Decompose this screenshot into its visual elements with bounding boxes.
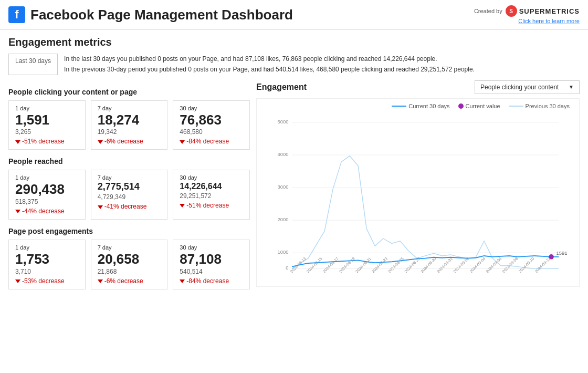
clicking-value-1: 1,591 — [15, 112, 79, 128]
clicking-cards-row: 1 day 1,591 3,265 -51% decrease 7 day 18… — [8, 100, 250, 150]
down-arrow-icon — [15, 140, 20, 144]
reached-change-1: -44% decrease — [15, 208, 79, 215]
chevron-down-icon: ▼ — [569, 84, 574, 90]
legend-current-value: Current value — [458, 103, 500, 109]
clicking-period-1: 1 day — [15, 105, 79, 111]
date-range-row: Last 30 days In the last 30 days you pub… — [8, 54, 580, 75]
post-engagements-cards-row: 1 day 1,753 3,710 -53% decrease 7 day 20… — [8, 240, 250, 289]
clicking-title: People clicking your content or page — [8, 88, 250, 96]
legend-current-value-label: Current value — [466, 103, 500, 109]
reached-period-1: 1 day — [15, 174, 79, 181]
post-change-3: -84% decrease — [180, 277, 243, 285]
post-engagements-title: Page post engagements — [8, 227, 250, 235]
down-arrow-icon — [98, 279, 103, 283]
reached-card-7day: 7 day 2,775,514 4,729,349 -41% decrease — [91, 170, 168, 220]
svg-text:2024-08-19: 2024-08-19 — [338, 256, 356, 274]
post-prev-3: 540,514 — [180, 268, 243, 275]
svg-text:0: 0 — [286, 265, 288, 271]
post-period-1: 1 day — [15, 244, 79, 251]
reached-period-3: 30 day — [180, 174, 243, 181]
facebook-logo-icon: f — [8, 6, 25, 23]
svg-text:2000: 2000 — [277, 216, 288, 222]
svg-text:2024-08-13: 2024-08-13 — [289, 256, 307, 274]
post-value-3: 87,108 — [180, 252, 243, 267]
created-by-label: Created by S SUPERMETRICS — [474, 5, 580, 17]
clicking-prev-1: 3,265 — [15, 128, 79, 136]
svg-text:1000: 1000 — [277, 249, 288, 255]
chart-container: Current 30 days Current value Previous 3… — [256, 98, 580, 287]
reached-change-3: -51% decrease — [180, 202, 243, 209]
svg-text:2024-09-12: 2024-09-12 — [534, 256, 552, 274]
reached-prev-3: 29,251,572 — [180, 192, 243, 200]
post-value-2: 20,658 — [98, 252, 161, 267]
header: f Facebook Page Management Dashboard Cre… — [0, 0, 588, 30]
reached-prev-1: 518,375 — [15, 198, 79, 205]
header-left: f Facebook Page Management Dashboard — [8, 6, 293, 23]
reached-card-30day: 30 day 14,226,644 29,251,572 -51% decrea… — [173, 170, 250, 220]
svg-text:1591: 1591 — [556, 250, 568, 256]
reached-value-3: 14,226,644 — [180, 182, 243, 191]
svg-text:2024-08-21: 2024-08-21 — [354, 256, 372, 274]
legend-previous-line — [509, 106, 523, 107]
post-card-7day: 7 day 20,658 21,868 -6% decrease — [91, 240, 168, 289]
engagement-dropdown[interactable]: People clicking your content ▼ — [475, 80, 580, 94]
svg-text:2024-09-02: 2024-09-02 — [453, 256, 470, 274]
svg-text:2024-08-25: 2024-08-25 — [387, 256, 405, 274]
reached-prev-2: 4,729,349 — [98, 193, 161, 201]
legend-dot-icon — [458, 103, 464, 109]
post-period-2: 7 day — [98, 244, 161, 251]
clicking-card-1day: 1 day 1,591 3,265 -51% decrease — [8, 100, 86, 150]
post-value-1: 1,753 — [15, 252, 79, 267]
dropdown-value: People clicking your content — [480, 84, 559, 91]
legend-current-line — [392, 106, 406, 107]
clicking-value-3: 76,863 — [180, 112, 243, 128]
clicking-change-1: -51% decrease — [15, 138, 79, 145]
supermetrics-icon: S — [506, 5, 517, 17]
supermetrics-logo: S SUPERMETRICS — [506, 5, 580, 17]
legend-current: Current 30 days — [392, 103, 449, 109]
legend-previous-label: Previous 30 days — [526, 103, 570, 109]
left-column: People clicking your content or page 1 d… — [8, 80, 250, 293]
svg-text:4000: 4000 — [277, 151, 288, 157]
legend-previous: Previous 30 days — [509, 103, 570, 109]
two-column-layout: People clicking your content or page 1 d… — [8, 80, 580, 293]
header-right: Created by S SUPERMETRICS Click here to … — [474, 5, 580, 24]
info-text: In the last 30 days you published 0 post… — [64, 54, 475, 75]
page-title: Facebook Page Management Dashboard — [30, 7, 293, 23]
reached-change-2: -41% decrease — [98, 203, 161, 210]
down-arrow-icon — [180, 204, 185, 208]
info-line-2: In the previous 30-day period you publis… — [64, 64, 475, 75]
reached-value-1: 290,438 — [15, 182, 79, 197]
info-line-1: In the last 30 days you published 0 post… — [64, 54, 475, 64]
clicking-period-3: 30 day — [180, 105, 243, 111]
svg-text:2024-09-10: 2024-09-10 — [518, 256, 536, 274]
engagement-header: Engagement People clicking your content … — [256, 80, 580, 94]
clicking-card-7day: 7 day 18,274 19,342 -6% decrease — [91, 100, 168, 150]
down-arrow-icon — [15, 279, 20, 283]
chart-legend: Current 30 days Current value Previous 3… — [261, 103, 575, 109]
svg-text:2024-08-17: 2024-08-17 — [322, 256, 340, 274]
svg-text:2024-09-04: 2024-09-04 — [469, 256, 487, 274]
section-title: Engagement metrics — [8, 36, 580, 48]
reached-value-2: 2,775,514 — [98, 182, 161, 192]
reached-card-1day: 1 day 290,438 518,375 -44% decrease — [8, 170, 86, 220]
svg-text:2024-08-15: 2024-08-15 — [306, 256, 323, 274]
clicking-period-2: 7 day — [98, 105, 161, 111]
clicking-change-2: -6% decrease — [98, 138, 161, 145]
supermetrics-text: SUPERMETRICS — [519, 7, 580, 15]
clicking-prev-3: 468,580 — [180, 128, 243, 136]
post-prev-1: 3,710 — [15, 268, 79, 275]
svg-text:5000: 5000 — [277, 118, 288, 124]
main-content: Engagement metrics Last 30 days In the l… — [0, 30, 588, 299]
post-change-2: -6% decrease — [98, 277, 161, 285]
reached-period-2: 7 day — [98, 174, 161, 181]
down-arrow-icon — [15, 210, 20, 213]
date-range-box[interactable]: Last 30 days — [8, 54, 58, 75]
svg-text:2024-09-08: 2024-09-08 — [501, 256, 519, 274]
clicking-prev-2: 19,342 — [98, 128, 161, 136]
down-arrow-icon — [180, 140, 185, 144]
engagement-svg-chart: 5000 4000 3000 2000 1000 0 — [261, 112, 575, 281]
learn-more-link[interactable]: Click here to learn more — [474, 18, 580, 24]
down-arrow-icon — [98, 140, 103, 144]
reached-title: People reached — [8, 157, 250, 165]
